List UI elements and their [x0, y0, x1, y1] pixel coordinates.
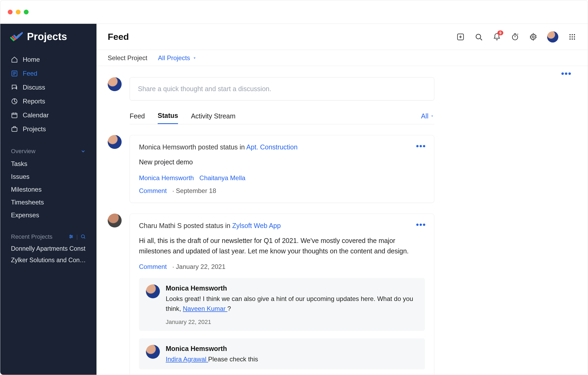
post-project-link[interactable]: Zylsoft Web App: [232, 222, 281, 229]
mention-link[interactable]: Naveen Kumar: [183, 305, 227, 312]
post-project-link[interactable]: Apt. Construction: [246, 143, 298, 151]
comment-link[interactable]: Comment: [139, 263, 167, 270]
comment-link[interactable]: Comment: [139, 187, 167, 194]
compose-avatar: [108, 77, 122, 91]
feed-tabs: Feed Status Activity Stream All: [130, 108, 434, 124]
post-header: Charu Mathi S posted status in Zylsoft W…: [139, 222, 425, 230]
svg-rect-9: [12, 128, 17, 132]
content: Feed 9: [96, 24, 588, 375]
tab-filter-label: All: [421, 112, 428, 120]
settings-button[interactable]: [529, 33, 537, 41]
window-minimize-dot[interactable]: [16, 10, 21, 14]
svg-line-17: [84, 237, 85, 238]
recent-project-0[interactable]: Donnelly Apartments Const: [0, 243, 96, 254]
svg-point-21: [476, 34, 481, 39]
sub-item-milestones[interactable]: Milestones: [0, 183, 96, 196]
nav-label: Discuss: [23, 84, 45, 91]
svg-point-35: [572, 38, 573, 40]
sidebar-item-discuss[interactable]: Discuss: [0, 80, 96, 94]
tab-filter[interactable]: All: [421, 112, 434, 120]
window-titlebar: [0, 0, 588, 24]
post: ••• Charu Mathi S posted status in Zylso…: [108, 214, 572, 375]
filter-label: Select Project: [108, 54, 147, 62]
post-header: Monica Hemsworth posted status in Apt. C…: [139, 143, 425, 151]
nav-label: Home: [23, 56, 40, 63]
post-more-button[interactable]: •••: [416, 220, 426, 229]
window-close-dot[interactable]: [8, 10, 13, 14]
filter-icon[interactable]: [68, 234, 74, 240]
post-body: Hi all, this is the draft of our newslet…: [139, 235, 425, 256]
feed-icon: [11, 70, 18, 77]
sub-item-issues[interactable]: Issues: [0, 170, 96, 183]
filter-value-text: All Projects: [158, 54, 190, 62]
feed-scroll[interactable]: ••• Share a quick thought and start a di…: [96, 66, 588, 375]
add-button[interactable]: [456, 33, 465, 41]
post-verb: posted status in: [182, 222, 232, 229]
svg-rect-5: [12, 113, 17, 118]
comment-author: Monica Hemsworth: [166, 284, 418, 292]
mention-link[interactable]: Indira Agrawal: [166, 355, 208, 363]
window-maximize-dot[interactable]: [24, 10, 29, 14]
svg-point-28: [570, 34, 571, 35]
svg-point-34: [570, 38, 571, 40]
top-actions: 9: [456, 31, 577, 42]
search-button[interactable]: [474, 33, 483, 41]
svg-point-30: [574, 34, 575, 35]
search-recent-icon[interactable]: [80, 234, 86, 240]
sub-item-timesheets[interactable]: Timesheets: [0, 196, 96, 209]
nav-label: Reports: [23, 98, 45, 105]
sub-item-expenses[interactable]: Expenses: [0, 209, 96, 222]
comment-author: Monica Hemsworth: [166, 345, 418, 353]
comment-avatar: [146, 345, 160, 359]
comment: Monica Hemsworth Looks great! I think we…: [139, 278, 425, 331]
post-author: Monica Hemsworth: [139, 143, 196, 151]
filter-value[interactable]: All Projects: [158, 54, 197, 62]
svg-point-31: [570, 36, 571, 37]
comment-text: Indira Agrawal Please check this: [166, 354, 418, 364]
recent-header: Recent Projects |: [0, 228, 96, 243]
svg-point-16: [81, 235, 84, 238]
sidebar-item-calendar[interactable]: Calendar: [0, 108, 96, 122]
comment: Monica Hemsworth Indira Agrawal Please c…: [139, 338, 425, 369]
svg-point-33: [574, 36, 575, 37]
user-avatar[interactable]: [547, 31, 558, 42]
svg-point-27: [532, 36, 534, 38]
tab-status[interactable]: Status: [158, 108, 178, 124]
nav-label: Feed: [23, 70, 37, 77]
caret-down-icon: [430, 114, 434, 118]
sub-item-tasks[interactable]: Tasks: [0, 157, 96, 170]
tab-feed[interactable]: Feed: [130, 109, 145, 124]
notifications-button[interactable]: 9: [493, 33, 501, 41]
comment-date: January 22, 2021: [166, 319, 418, 326]
comment-avatar: [146, 284, 160, 298]
mention-link[interactable]: Monica Hemsworth: [139, 174, 194, 181]
mention-link[interactable]: Chaitanya Mella: [199, 174, 245, 181]
sidebar-item-home[interactable]: Home: [0, 53, 96, 67]
svg-point-36: [574, 38, 575, 40]
post-author: Charu Mathi S: [139, 222, 182, 229]
post-date: September 18: [176, 187, 216, 194]
timer-button[interactable]: [511, 33, 519, 41]
svg-point-15: [70, 237, 71, 238]
post-mentions: Monica Hemsworth Chaitanya Mella: [139, 174, 425, 182]
sidebar-item-feed[interactable]: Feed: [0, 67, 96, 80]
svg-point-32: [572, 36, 573, 37]
overview-label: Overview: [11, 148, 36, 155]
post-more-button[interactable]: •••: [416, 142, 426, 151]
post-verb: posted status in: [196, 143, 246, 151]
post-body: New project demo: [139, 157, 425, 167]
apps-button[interactable]: [568, 33, 577, 41]
compose-input[interactable]: Share a quick thought and start a discus…: [130, 77, 434, 100]
sidebar: Projects Home Feed: [0, 24, 96, 375]
svg-line-26: [517, 34, 518, 34]
overview-header[interactable]: Overview: [0, 142, 96, 157]
chevron-down-icon: [80, 149, 86, 154]
feed-more-button[interactable]: •••: [561, 69, 572, 79]
recent-label: Recent Projects: [11, 233, 52, 240]
sidebar-item-reports[interactable]: Reports: [0, 94, 96, 108]
tab-activity-stream[interactable]: Activity Stream: [191, 109, 235, 124]
sidebar-item-projects[interactable]: Projects: [0, 122, 96, 136]
brand: Projects: [0, 24, 96, 53]
calendar-icon: [11, 112, 18, 119]
recent-project-1[interactable]: Zylker Solutions and Constr: [0, 254, 96, 266]
